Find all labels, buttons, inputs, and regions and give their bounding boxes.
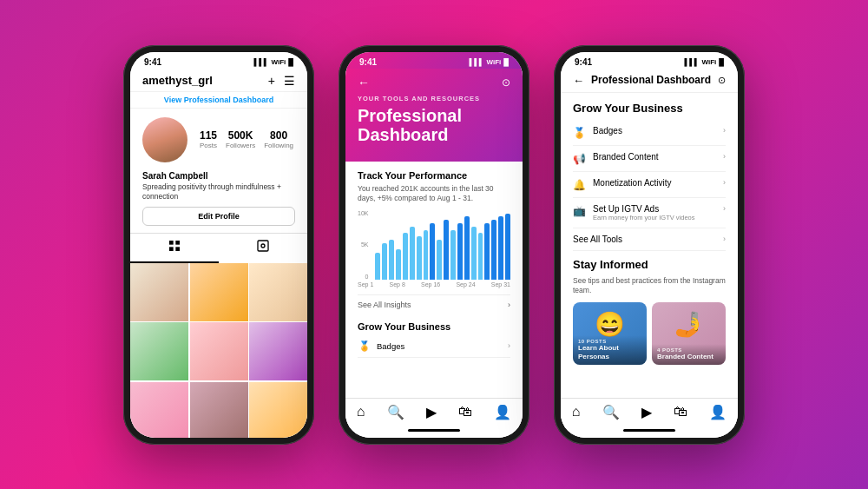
x-label-3: Sep 16 — [421, 281, 440, 287]
plus-icon[interactable]: + — [268, 74, 275, 88]
stay-informed-section: Stay Informed See tips and best practice… — [573, 258, 726, 365]
stat-following: 800 Following — [264, 129, 293, 149]
y-label-mid: 5K — [358, 241, 368, 248]
settings-icon[interactable]: ⊙ — [502, 76, 510, 89]
pro-branded-label: Branded Content — [593, 152, 659, 162]
chevron-see-all-icon: › — [723, 235, 726, 243]
see-all-tools-row[interactable]: See All Tools › — [573, 228, 726, 251]
photo-3[interactable] — [249, 263, 307, 321]
signal-icon-2: ▌▌▌ — [470, 58, 484, 66]
card-2-title: Branded Content — [657, 353, 720, 361]
menu-icon[interactable]: ☰ — [284, 74, 295, 88]
svg-rect-4 — [258, 241, 268, 251]
nav-profile-icon-2[interactable]: 👤 — [494, 404, 511, 420]
nav-home-icon-3[interactable]: ⌂ — [572, 404, 581, 420]
chart-bar-17 — [491, 220, 496, 279]
dashboard-body: Track Your Performance You reached 201K … — [345, 162, 523, 398]
dashboard-header: ← ⊙ YOUR TOOLS AND RESOURCES Professiona… — [345, 69, 523, 162]
chevron-right-icon: › — [508, 301, 510, 309]
nav-search-icon-2[interactable]: 🔍 — [387, 404, 404, 420]
bottom-nav-3: ⌂ 🔍 ▶ 🛍 👤 — [561, 398, 738, 424]
chevron-badges-icon: › — [723, 126, 726, 135]
photo-2[interactable] — [190, 263, 248, 321]
stat-posts: 115 Posts — [200, 129, 217, 149]
status-bar-1: 9:41 ▌▌▌ WiFi █ — [130, 52, 307, 69]
pro-tool-badges[interactable]: 🏅 Badges › — [573, 120, 726, 146]
chevron-monetization-icon: › — [723, 178, 726, 187]
following-label: Following — [264, 142, 293, 149]
profile-header-icons: + ☰ — [268, 74, 295, 88]
info-card-2[interactable]: 🤳 4 POSTS Branded Content — [652, 302, 726, 365]
stay-informed-title: Stay Informed — [573, 258, 726, 271]
pro-tool-igtv[interactable]: 📺 Set Up IGTV Ads Earn money from your I… — [573, 198, 726, 228]
photo-8[interactable] — [190, 382, 248, 438]
pro-header-title: Professional Dashboard — [591, 74, 711, 86]
followers-label: Followers — [226, 142, 255, 149]
phone-profile: 9:41 ▌▌▌ WiFi █ amethyst_grl + ☰ View Pr… — [123, 45, 314, 445]
pro-tool-monetization-left: 🔔 Monetization Activity — [573, 178, 672, 191]
photo-9[interactable] — [249, 382, 307, 438]
pro-settings-icon[interactable]: ⊙ — [718, 75, 726, 86]
chart-bar-9 — [437, 240, 442, 280]
pro-tool-igtv-left: 📺 Set Up IGTV Ads Earn money from your I… — [573, 204, 695, 221]
chart-container: 10K 5K 0 — [358, 210, 510, 280]
chart-bar-4 — [403, 233, 408, 279]
signal-icon-3: ▌▌▌ — [685, 58, 700, 66]
chevron-igtv-icon: › — [723, 204, 726, 213]
chart-bar-10 — [444, 220, 449, 279]
profile-stats: 115 Posts 500K Followers 800 Following — [130, 109, 307, 171]
edit-profile-button[interactable]: Edit Profile — [142, 207, 295, 226]
profile-tabs — [130, 233, 307, 263]
pro-badges-icon: 🏅 — [573, 127, 586, 139]
signal-icon: ▌▌▌ — [254, 58, 269, 66]
following-count: 800 — [264, 129, 293, 142]
nav-profile-icon-3[interactable]: 👤 — [709, 404, 727, 420]
tab-tagged[interactable] — [219, 234, 307, 263]
photo-6[interactable] — [249, 322, 307, 380]
pro-tool-branded-left: 📢 Branded Content — [573, 152, 659, 165]
nav-search-icon-3[interactable]: 🔍 — [602, 404, 620, 420]
photo-7[interactable] — [130, 382, 188, 438]
pro-tool-monetization[interactable]: 🔔 Monetization Activity › — [573, 172, 726, 198]
profile-name: Sarah Campbell — [130, 171, 307, 182]
badges-label: Badges — [377, 341, 404, 351]
chart-bar-16 — [484, 223, 490, 280]
info-card-1[interactable]: 😄 10 POSTS Learn About Personas — [573, 302, 647, 365]
phone-pro-dashboard: 9:41 ▌▌▌ WiFi █ ← Professional Dashboard… — [554, 45, 745, 445]
dashboard-title: Professional Dashboard — [358, 106, 510, 144]
pro-tool-branded[interactable]: 📢 Branded Content › — [573, 146, 726, 172]
status-icons-1: ▌▌▌ WiFi █ — [254, 58, 294, 66]
profile-bio: Spreading positivity through mindfulness… — [130, 182, 307, 207]
pro-back-icon[interactable]: ← — [573, 74, 584, 87]
info-cards-row: 😄 10 POSTS Learn About Personas 🤳 4 POST… — [573, 302, 726, 365]
status-icons-2: ▌▌▌ WiFi █ — [470, 58, 510, 66]
pro-igtv-label: Set Up IGTV Ads — [593, 204, 695, 214]
nav-shop-icon-2[interactable]: 🛍 — [458, 404, 472, 420]
svg-rect-0 — [169, 241, 174, 245]
nav-reels-icon-3[interactable]: ▶ — [641, 404, 652, 420]
nav-reels-icon-2[interactable]: ▶ — [426, 404, 437, 420]
tool-badges-left: 🏅 Badges — [358, 340, 404, 352]
tab-grid[interactable] — [130, 234, 219, 263]
wifi-icon-2: WiFi — [487, 58, 502, 66]
tool-badges[interactable]: 🏅 Badges › — [358, 335, 510, 358]
chart-bar-7 — [424, 230, 429, 280]
photo-1[interactable] — [130, 263, 188, 321]
card-2-overlay: 4 POSTS Branded Content — [652, 344, 726, 365]
performance-desc: You reached 201K accounts in the last 30… — [358, 184, 510, 203]
chart-bar-1 — [382, 243, 387, 280]
x-label-2: Sep 8 — [390, 281, 405, 287]
view-dashboard-link[interactable]: View Professional Dashboard — [130, 92, 307, 109]
photo-5[interactable] — [190, 322, 248, 380]
pro-header: ← Professional Dashboard ⊙ — [561, 69, 738, 93]
nav-shop-icon-3[interactable]: 🛍 — [674, 404, 687, 420]
chart-y-labels: 10K 5K 0 — [358, 210, 368, 280]
battery-icon: █ — [288, 58, 293, 66]
nav-home-icon-2[interactable]: ⌂ — [357, 404, 365, 420]
see-all-insights[interactable]: See All Insights › — [358, 294, 510, 314]
back-icon[interactable]: ← — [358, 76, 370, 89]
photo-4[interactable] — [130, 322, 188, 380]
x-label-5: Sep 31 — [491, 281, 510, 287]
phone-dashboard: 9:41 ▌▌▌ WiFi █ ← ⊙ YOUR TOOLS AND RESOU… — [339, 45, 529, 445]
chevron-icon: › — [508, 341, 510, 350]
